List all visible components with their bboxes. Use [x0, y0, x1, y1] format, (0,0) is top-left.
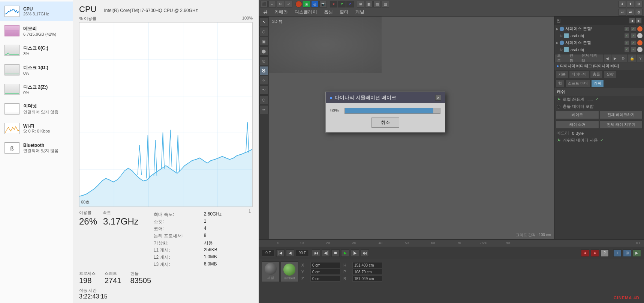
clear-cache-btn[interactable]: 캐쉬 소거: [556, 121, 599, 129]
tab-settings[interactable]: ⚙: [619, 54, 627, 62]
prev-frame-btn[interactable]: |◀: [276, 249, 285, 257]
toolbar-scale-btn[interactable]: ⤢: [285, 1, 292, 8]
prop-subtab-force[interactable]: 힘: [556, 80, 565, 87]
dialog-cancel-button[interactable]: 취소: [371, 118, 399, 128]
snap-btn2[interactable]: ⊞: [623, 249, 631, 257]
c4d-tool-light[interactable]: ◎: [259, 56, 268, 65]
vis-check-0[interactable]: ✓: [624, 26, 629, 32]
c4d-tool-deform[interactable]: ⟡: [259, 76, 268, 85]
vis-check-render-0[interactable]: ✓: [631, 26, 636, 32]
c4d-tool-s[interactable]: S: [259, 66, 268, 75]
toolbar-select-btn[interactable]: ⬛: [260, 1, 268, 8]
snap-btn1[interactable]: +: [613, 249, 622, 257]
c4d-tool-paint[interactable]: ✏: [259, 105, 268, 114]
toolbar-render2[interactable]: ▦: [365, 1, 373, 8]
dialog-close-button[interactable]: ✕: [435, 95, 441, 101]
toolbar-light-btn[interactable]: ◎: [311, 1, 319, 8]
toolbar-move-btn[interactable]: ↔: [268, 1, 276, 8]
vis-check-render-2[interactable]: ✓: [631, 40, 636, 45]
menu-options[interactable]: 옵션: [321, 8, 336, 16]
tab-user-data[interactable]: 유저 데이터: [579, 54, 603, 62]
frame-start-input[interactable]: [262, 250, 275, 256]
tab-question[interactable]: ?: [637, 54, 644, 62]
menu-camera[interactable]: 카메라: [271, 8, 291, 16]
record-btn1[interactable]: ●: [581, 249, 589, 257]
sidebar-item-cpu[interactable]: CPU 26% 3.17GHz: [0, 2, 73, 21]
outliner-btn2[interactable]: ▶: [636, 18, 642, 24]
vis-check-2[interactable]: ✓: [624, 40, 629, 45]
mat-preview-1[interactable]: lambert: [280, 261, 298, 282]
toolbar-render1[interactable]: ⊞: [357, 1, 364, 8]
sidebar-item-disk1[interactable]: 디스크 1(D:) 0%: [0, 60, 73, 80]
step-fwd-btn[interactable]: |▶: [351, 249, 359, 257]
tab-edit[interactable]: 편집: [567, 54, 579, 62]
outliner-item-0[interactable]: ▶ 서페이스 분할! ✓ ✓: [554, 25, 644, 32]
c4d-tool-cube[interactable]: ▣: [259, 37, 268, 46]
toolbar-sphere-btn[interactable]: [295, 1, 302, 8]
menu-display[interactable]: 디스플레이: [292, 8, 320, 16]
tab-lock[interactable]: 🔒: [628, 54, 637, 62]
play-backward-btn[interactable]: ◀: [286, 249, 294, 257]
toolbar-render4[interactable]: ▥: [382, 1, 389, 8]
outliner-btn1[interactable]: ◀: [629, 18, 635, 24]
menu-filter[interactable]: 필터: [337, 8, 352, 16]
toolbar-xyz-x[interactable]: X: [330, 1, 337, 8]
vis-check-3[interactable]: ✓: [624, 47, 629, 52]
sidebar-item-disk2[interactable]: 디스크 2(Z:) 0%: [0, 80, 73, 99]
outliner-item-2[interactable]: ▶ 서페이스 분할 ✓ ✓: [554, 39, 644, 46]
prop-subtab-soft[interactable]: 소프트 바디: [565, 80, 590, 87]
c4d-tool-sphere[interactable]: ⬤: [259, 47, 268, 56]
menu-right-1[interactable]: ⏮: [619, 9, 626, 16]
outliner-item-3[interactable]: ▷ asd.obj ✓ ✓: [554, 46, 644, 53]
prop-tab-basic[interactable]: 기본: [556, 71, 568, 78]
toolbar-camera-btn[interactable]: 📷: [319, 1, 327, 8]
sidebar-item-memory[interactable]: 메모리 6.7/15.9GB (42%): [0, 21, 73, 41]
coord-x-pos[interactable]: [310, 262, 340, 268]
coord-h-val[interactable]: [352, 262, 382, 268]
bake-btn[interactable]: 베이크: [556, 111, 599, 119]
vis-check-render-1[interactable]: ✓: [631, 33, 636, 38]
go-start-btn[interactable]: ⏮: [312, 249, 320, 257]
tab-mode[interactable]: 모드: [555, 54, 567, 62]
play-btn[interactable]: ▶: [341, 249, 349, 257]
toolbar-render3[interactable]: ▤: [373, 1, 381, 8]
menu-panel[interactable]: 패널: [352, 8, 367, 16]
sidebar-item-ethernet[interactable]: 이더넷 연결되어 있지 않음: [0, 99, 73, 119]
record-btn2[interactable]: ●: [591, 249, 599, 257]
prop-tab-dynamic[interactable]: 다이나믹: [569, 71, 589, 78]
clear-all-btn[interactable]: 전체 캐쉬 지우기: [600, 121, 643, 129]
coord-z-pos[interactable]: [310, 276, 340, 282]
prop-tab-collision[interactable]: 충돌: [590, 71, 603, 78]
go-end-btn[interactable]: ⏭: [361, 249, 369, 257]
toolbar-xyz-y[interactable]: Y: [338, 1, 346, 8]
outliner-item-1[interactable]: ▷ asd.obj ✓ ✓: [554, 32, 644, 39]
menu-right-3[interactable]: ⚙: [635, 9, 643, 16]
record-btn3[interactable]: ?: [601, 249, 609, 257]
coord-b-val[interactable]: [352, 276, 382, 282]
bake-all-btn[interactable]: 전체 베이크하기: [600, 111, 643, 119]
menu-view[interactable]: 뷰: [260, 8, 271, 16]
toolbar-right-3[interactable]: ⚙: [635, 1, 643, 8]
sidebar-item-disk0[interactable]: 디스크 0(C:) 3%: [0, 41, 73, 60]
mat-preview-0[interactable]: 재질: [262, 261, 280, 282]
tab-arrow-right[interactable]: ▶: [611, 54, 619, 62]
toolbar-right-2[interactable]: ⬆: [627, 1, 634, 8]
toolbar-right-1[interactable]: ⬇: [619, 1, 626, 8]
c4d-tool-polygon2[interactable]: ⬡: [259, 95, 268, 104]
c4d-tool-spline[interactable]: 〜: [259, 86, 268, 95]
toolbar-xyz-z[interactable]: Z: [346, 1, 354, 8]
prop-subtab-cache[interactable]: 캐쉬: [591, 80, 604, 87]
coord-y-pos[interactable]: [310, 269, 340, 275]
tab-arrow-left[interactable]: ◀: [604, 54, 611, 62]
frame-end-input[interactable]: [296, 250, 309, 256]
render-btn[interactable]: ▶: [633, 249, 641, 257]
toolbar-rotate-btn[interactable]: ↻: [277, 1, 284, 8]
prop-tab-mass[interactable]: 질량: [604, 71, 616, 78]
toolbar-cube-btn[interactable]: ▣: [303, 1, 310, 8]
vis-check-render-3[interactable]: ✓: [631, 47, 636, 52]
step-back-btn[interactable]: ◀|: [322, 249, 330, 257]
menu-right-2[interactable]: ⏭: [627, 9, 634, 16]
sidebar-item-wifi[interactable]: Wi-Fi S: 0 R: 0 Kbps: [0, 119, 73, 138]
stop-btn[interactable]: ⏹: [331, 249, 340, 257]
c4d-tool-select[interactable]: ↖: [259, 17, 268, 26]
